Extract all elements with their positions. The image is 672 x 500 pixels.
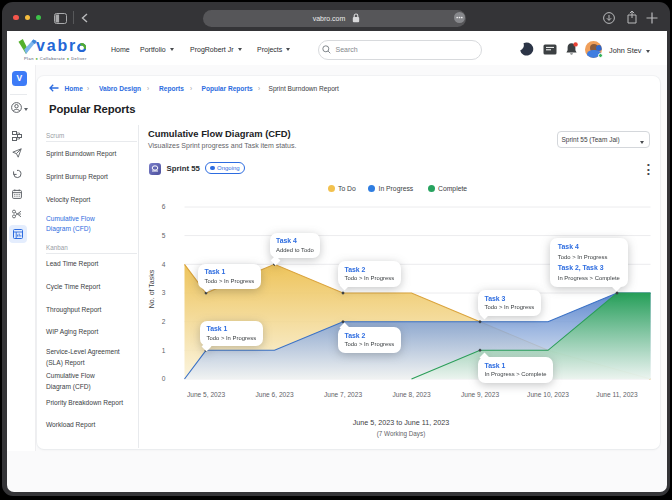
svg-text:2: 2 bbox=[162, 318, 166, 325]
svg-text:June 7, 2023: June 7, 2023 bbox=[324, 391, 362, 398]
svg-text:June 8, 2023: June 8, 2023 bbox=[392, 391, 430, 398]
svg-text:No. of Tasks: No. of Tasks bbox=[148, 269, 155, 308]
svg-text:1: 1 bbox=[162, 347, 166, 354]
svg-text:June 11, 2023: June 11, 2023 bbox=[596, 391, 638, 398]
svg-text:3: 3 bbox=[162, 289, 166, 296]
svg-text:June 5, 2023: June 5, 2023 bbox=[187, 391, 225, 398]
svg-text:5: 5 bbox=[162, 232, 166, 239]
svg-text:June 6, 2023: June 6, 2023 bbox=[255, 391, 293, 398]
svg-text:June 5, 2023 to June 11, 2023: June 5, 2023 to June 11, 2023 bbox=[353, 418, 450, 427]
svg-text:June 10, 2023: June 10, 2023 bbox=[527, 391, 569, 398]
svg-text:4: 4 bbox=[162, 261, 166, 268]
svg-text:June 9, 2023: June 9, 2023 bbox=[461, 391, 499, 398]
svg-text:(7 Working Days): (7 Working Days) bbox=[377, 430, 426, 438]
svg-text:0: 0 bbox=[162, 375, 166, 382]
svg-text:6: 6 bbox=[162, 203, 166, 210]
